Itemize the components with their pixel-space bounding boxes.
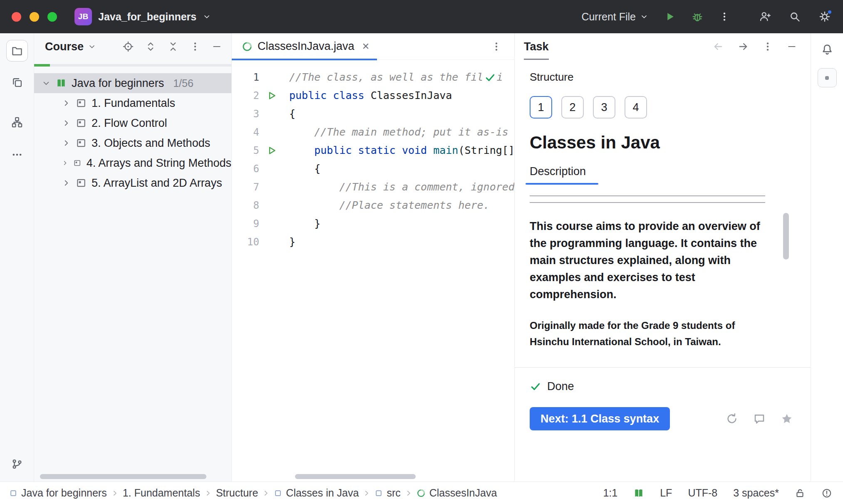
tree-item-label: 2. Flow Control bbox=[92, 117, 167, 130]
breadcrumb-item[interactable]: src bbox=[374, 487, 400, 499]
tree-item-lesson-5[interactable]: 5. ArrayList and 2D Arrays bbox=[34, 173, 231, 193]
code-line[interactable]: //The class, as well as the fili bbox=[289, 68, 514, 86]
back-arrow-icon[interactable] bbox=[712, 41, 724, 52]
expand-all-icon[interactable] bbox=[145, 41, 156, 52]
run-button-icon[interactable] bbox=[664, 11, 676, 22]
breadcrumb-item[interactable]: ClassesInJava bbox=[417, 487, 497, 499]
commit-tool-window-button[interactable] bbox=[6, 73, 28, 91]
problems-indicator-icon[interactable] bbox=[821, 488, 832, 499]
breadcrumb-item[interactable]: 1. Fundamentals bbox=[123, 487, 200, 499]
fullscreen-window-button[interactable] bbox=[47, 12, 57, 22]
panel-options-icon[interactable] bbox=[762, 41, 773, 52]
breadcrumb-item[interactable]: Java for beginners bbox=[9, 487, 107, 499]
select-opened-file-icon[interactable] bbox=[122, 41, 134, 52]
chevron-right-icon[interactable] bbox=[62, 158, 68, 168]
code-text: } bbox=[289, 217, 320, 230]
inspections-ok-icon[interactable] bbox=[484, 72, 496, 84]
version-control-button[interactable] bbox=[6, 455, 28, 473]
chevron-right-icon[interactable] bbox=[62, 138, 71, 148]
code-line[interactable]: //The main method; put it as-is bbox=[289, 123, 514, 141]
course-book-icon[interactable] bbox=[633, 488, 644, 499]
tool-window-stripe-button[interactable] bbox=[818, 68, 837, 87]
close-window-button[interactable] bbox=[12, 12, 21, 22]
settings-button[interactable] bbox=[819, 11, 831, 22]
horizontal-scrollbar[interactable] bbox=[295, 474, 416, 479]
more-options-icon[interactable] bbox=[719, 11, 730, 22]
editor-tab-classesinjava[interactable]: ClassesInJava.java ✕ bbox=[232, 33, 377, 60]
next-task-button[interactable]: Next: 1.1 Class syntax bbox=[530, 407, 670, 430]
chevron-right-icon[interactable] bbox=[62, 178, 71, 188]
stripe-dot-icon bbox=[825, 76, 829, 80]
task-actions: Next: 1.1 Class syntax bbox=[530, 407, 794, 430]
chevron-down-icon[interactable] bbox=[42, 79, 51, 88]
reset-task-icon[interactable] bbox=[726, 413, 738, 425]
forward-arrow-icon[interactable] bbox=[737, 41, 749, 52]
code-line[interactable]: { bbox=[289, 160, 514, 178]
comment-icon[interactable] bbox=[753, 413, 766, 425]
chevron-right-icon[interactable] bbox=[62, 119, 71, 128]
tree-item-lesson-3[interactable]: 3. Objects and Methods bbox=[34, 133, 231, 153]
lesson-icon bbox=[76, 138, 87, 148]
indent-widget[interactable]: 3 spaces* bbox=[733, 487, 779, 499]
notifications-bell-icon[interactable] bbox=[821, 43, 833, 56]
chevron-down-icon[interactable] bbox=[88, 42, 96, 51]
code-area[interactable]: 1 2 3 4 5 6 7 8 9 10 //The class, as wel… bbox=[232, 60, 514, 482]
task-status-label: Done bbox=[547, 380, 574, 393]
breadcrumb-item[interactable]: Structure bbox=[216, 487, 258, 499]
vertical-scrollbar[interactable] bbox=[783, 213, 789, 259]
more-tool-windows-button[interactable] bbox=[6, 146, 28, 164]
line-separator-widget[interactable]: LF bbox=[660, 487, 672, 499]
lock-icon[interactable] bbox=[795, 488, 806, 499]
editor-options-icon[interactable] bbox=[491, 41, 502, 52]
tab-description[interactable]: Description bbox=[530, 165, 586, 185]
panel-options-icon[interactable] bbox=[190, 41, 201, 52]
structure-tool-window-button[interactable] bbox=[6, 113, 28, 131]
project-selector[interactable]: JB Java_for_beginners bbox=[74, 8, 211, 25]
close-tab-icon[interactable]: ✕ bbox=[362, 42, 369, 51]
minimize-window-button[interactable] bbox=[30, 12, 39, 22]
code-line[interactable]: } bbox=[289, 233, 514, 251]
project-tool-window-button[interactable] bbox=[6, 40, 28, 62]
task-description: This course aims to provide an overview … bbox=[530, 195, 765, 350]
task-action-icons bbox=[726, 413, 793, 425]
encoding-widget[interactable]: UTF-8 bbox=[688, 487, 717, 499]
star-icon[interactable] bbox=[781, 413, 793, 425]
chevron-down-icon bbox=[203, 12, 211, 21]
code-line[interactable]: //Place statements here. bbox=[289, 196, 514, 215]
lesson-name: Structure bbox=[530, 71, 794, 84]
task-step-1[interactable]: 1 bbox=[530, 96, 552, 119]
run-config-selector[interactable]: Current File bbox=[581, 11, 648, 23]
run-class-icon[interactable] bbox=[267, 91, 277, 101]
tree-item-lesson-1[interactable]: 1. Fundamentals bbox=[34, 93, 231, 113]
tree-item-course-root[interactable]: Java for beginners 1/56 bbox=[34, 73, 231, 93]
code-lines[interactable]: //The class, as well as the fili public … bbox=[289, 68, 514, 482]
search-icon[interactable] bbox=[789, 11, 801, 22]
tree-item-lesson-2[interactable]: 2. Flow Control bbox=[34, 113, 231, 133]
code-line[interactable]: //This is a comment, ignored bbox=[289, 178, 514, 196]
main-area: Course Java for beginners 1/56 bbox=[0, 33, 843, 482]
task-file-icon bbox=[242, 41, 253, 52]
status-widgets: 1:1 LF UTF-8 3 spaces* bbox=[603, 487, 832, 499]
code-line[interactable]: public static void main(String[] bbox=[289, 141, 514, 160]
task-step-2[interactable]: 2 bbox=[561, 96, 584, 119]
task-step-4[interactable]: 4 bbox=[625, 96, 647, 119]
code-line[interactable]: public class ClassesInJava bbox=[289, 86, 514, 105]
code-line[interactable]: } bbox=[289, 215, 514, 233]
run-method-icon[interactable] bbox=[267, 146, 277, 156]
lesson-icon bbox=[76, 178, 87, 188]
horizontal-scrollbar[interactable] bbox=[40, 474, 206, 479]
code-line[interactable]: { bbox=[289, 105, 514, 123]
collapse-all-icon[interactable] bbox=[167, 41, 179, 52]
status-bar: Java for beginners 1. Fundamentals Struc… bbox=[0, 482, 843, 504]
add-user-icon[interactable] bbox=[759, 11, 771, 22]
breadcrumb-item[interactable]: Classes in Java bbox=[274, 487, 359, 499]
hide-panel-icon[interactable] bbox=[786, 41, 797, 52]
debug-button-icon[interactable] bbox=[692, 11, 703, 22]
tab-title: ClassesInJava.java bbox=[258, 40, 355, 53]
caret-position-widget[interactable]: 1:1 bbox=[603, 487, 617, 499]
task-step-3[interactable]: 3 bbox=[593, 96, 615, 119]
hide-panel-icon[interactable] bbox=[211, 41, 222, 52]
tree-item-lesson-4[interactable]: 4. Arrays and String Methods bbox=[34, 153, 231, 173]
line-number: 9 bbox=[232, 218, 259, 230]
chevron-right-icon[interactable] bbox=[62, 99, 71, 108]
